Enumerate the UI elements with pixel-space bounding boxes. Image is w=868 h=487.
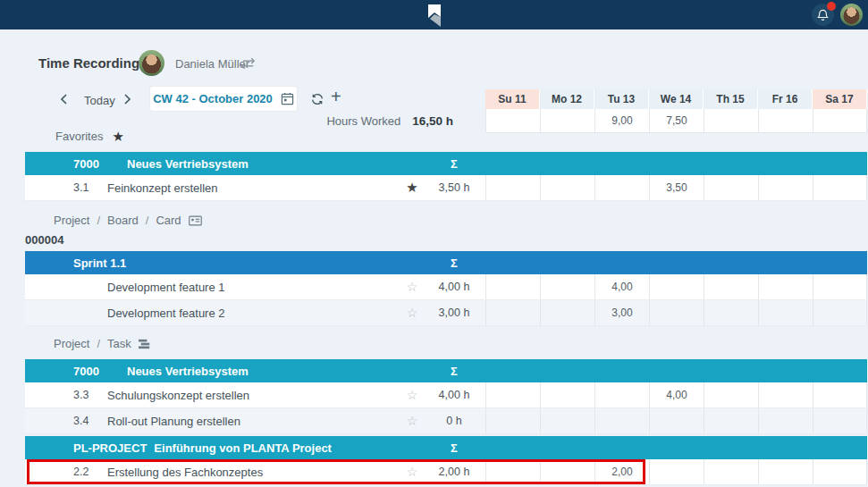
summary-day-cell [704, 109, 758, 133]
time-cell[interactable] [540, 274, 594, 299]
time-cell[interactable] [540, 408, 594, 433]
task-row-highlighted[interactable]: 2.2 Erstellung des Fachkonzeptes ☆ 2,00 … [25, 459, 867, 485]
time-cell[interactable] [540, 459, 594, 484]
summary-day-cell [485, 109, 540, 133]
day-header: Tu 13 [594, 89, 649, 109]
time-cell[interactable] [758, 382, 813, 407]
time-cell[interactable] [649, 408, 704, 433]
time-cell[interactable] [813, 459, 867, 484]
task-row[interactable]: 3.1 Feinkonzept erstellen ★ 3,50 h 3,50 [25, 175, 867, 201]
time-cell[interactable] [758, 274, 813, 299]
previous-week-button[interactable] [59, 93, 68, 105]
time-cell[interactable] [540, 175, 594, 200]
day-header: Sa 17 [813, 89, 867, 109]
breadcrumb-board[interactable]: Board [107, 214, 139, 227]
sprint-id: Sprint 1.1 [73, 256, 133, 270]
summary-day-cell [813, 109, 867, 133]
favorite-star-icon[interactable]: ☆ [401, 415, 423, 427]
hours-worked-label: Hours Worked [326, 114, 400, 128]
user-avatar[interactable] [139, 50, 164, 76]
add-entry-button[interactable]: + [331, 88, 341, 105]
today-button[interactable]: Today [84, 94, 115, 107]
user-name: Daniela Müller [175, 57, 249, 71]
time-cell[interactable] [649, 459, 704, 484]
time-cell[interactable] [758, 300, 813, 325]
task-row[interactable]: Development feature 1 ☆ 4,00 h 4,00 [25, 274, 867, 300]
time-cell[interactable] [758, 408, 813, 433]
task-row[interactable]: Development feature 2 ☆ 3,00 h 3,00 [25, 300, 867, 326]
time-cell[interactable] [594, 408, 649, 433]
sum-column-header: Σ [423, 441, 485, 455]
time-cell[interactable] [813, 382, 867, 407]
time-cell[interactable] [485, 175, 540, 200]
summary-day-cell: 9,00 [594, 109, 649, 133]
breadcrumb: Project / Task [54, 337, 152, 350]
favorite-star-icon[interactable]: ☆ [401, 281, 423, 293]
refresh-icon[interactable] [310, 92, 324, 106]
time-cell[interactable] [540, 382, 594, 407]
task-total-hours: 4,00 h [423, 389, 485, 401]
time-cell[interactable] [485, 274, 540, 299]
card-icon [189, 215, 202, 226]
time-cell[interactable]: 3,50 [649, 175, 704, 200]
notifications-button[interactable] [812, 4, 834, 26]
time-cell[interactable] [704, 175, 758, 200]
time-cell[interactable] [813, 274, 867, 299]
day-header: Fr 16 [758, 89, 813, 109]
task-table: 7000 Neues Vertriebsystem Σ 3.3 Schulung… [25, 359, 867, 485]
time-cell[interactable]: 4,00 [594, 274, 649, 299]
next-week-button[interactable] [123, 93, 132, 105]
time-cell[interactable]: 2,00 [594, 459, 649, 484]
day-header: Mo 12 [540, 89, 594, 109]
favorite-star-icon[interactable]: ☆ [401, 389, 423, 401]
time-cell[interactable] [485, 382, 540, 407]
week-selector[interactable]: CW 42 - October 2020 [150, 87, 297, 111]
time-cell[interactable] [540, 300, 594, 325]
board-table: Sprint 1.1 Σ Development feature 1 ☆ 4,0… [25, 251, 867, 326]
week-selector-label: CW 42 - October 2020 [153, 92, 273, 105]
time-cell[interactable] [485, 300, 540, 325]
time-cell[interactable] [813, 408, 867, 433]
task-name: Development feature 2 [107, 306, 401, 320]
time-cell[interactable] [813, 175, 867, 200]
time-cell[interactable] [485, 408, 540, 433]
calendar-icon [281, 92, 294, 105]
planta-logo-icon [422, 3, 445, 28]
summary-day-cell [540, 109, 594, 133]
time-cell[interactable] [649, 274, 704, 299]
time-cell[interactable]: 3,00 [594, 300, 649, 325]
switch-user-icon[interactable] [240, 57, 257, 70]
project-group-header: PL-PROJECT Einführung von PLANTA Project… [25, 436, 867, 459]
task-row[interactable]: 3.3 Schulungskonzept erstellen ☆ 4,00 h … [25, 382, 867, 408]
hours-worked-total: 16,50 h [412, 114, 453, 128]
sum-column-header: Σ [423, 157, 485, 171]
time-cell[interactable] [594, 175, 649, 200]
time-cell[interactable] [704, 300, 758, 325]
hours-worked-row: Hours Worked 16,50 h 9,00 7,50 [25, 109, 867, 133]
task-number: 3.4 [73, 415, 107, 427]
task-number: 2.2 [73, 466, 107, 478]
time-cell[interactable] [594, 382, 649, 407]
favorite-star-icon[interactable]: ★ [401, 181, 423, 194]
topbar-user-avatar[interactable] [840, 4, 863, 26]
breadcrumb-project[interactable]: Project [54, 214, 89, 227]
time-cell[interactable] [704, 382, 758, 407]
favorite-star-icon[interactable]: ☆ [401, 306, 423, 319]
time-cell[interactable] [758, 459, 813, 484]
breadcrumb-task[interactable]: Task [107, 337, 131, 350]
time-cell[interactable] [704, 408, 758, 433]
time-cell[interactable]: 4,00 [649, 382, 704, 407]
time-cell[interactable] [704, 274, 758, 299]
time-cell[interactable] [649, 300, 704, 325]
time-cell[interactable] [758, 175, 813, 200]
page-title: Time Recording [38, 55, 139, 71]
favorite-star-icon[interactable]: ☆ [401, 466, 423, 478]
breadcrumb-project[interactable]: Project [54, 337, 89, 350]
time-cell[interactable] [704, 459, 758, 484]
task-total-hours: 2,00 h [423, 466, 485, 478]
task-name: Schulungskonzept erstellen [107, 389, 401, 402]
time-cell[interactable] [813, 300, 867, 325]
time-cell[interactable] [485, 459, 540, 484]
task-row[interactable]: 3.4 Roll-out Planung erstellen ☆ 0 h [25, 408, 867, 434]
breadcrumb-card[interactable]: Card [156, 214, 181, 227]
